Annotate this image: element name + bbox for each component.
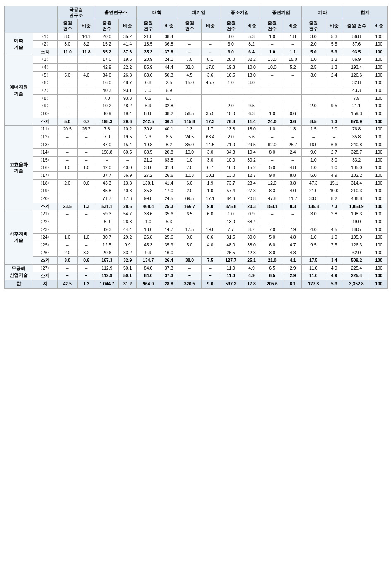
data-cell: 4.5 [325, 226, 343, 234]
row-label: 〈7〉 [33, 87, 57, 95]
data-cell: 76.8 [343, 126, 370, 133]
data-cell: 9.5 [302, 241, 325, 249]
data-cell: 225.4 [343, 272, 370, 280]
data-cell: 24.5 [160, 195, 178, 203]
data-cell: 19.3 [219, 64, 243, 72]
data-cell: 8.2 [160, 141, 178, 149]
data-cell: 127.7 [219, 257, 243, 265]
data-cell: 167.3 [95, 257, 119, 265]
data-cell: 242.5 [136, 118, 160, 126]
row-label: 〈6〉 [33, 79, 57, 87]
row-label: 〈1〉 [33, 33, 57, 41]
data-cell: 1.7 [202, 126, 219, 133]
data-cell: 19.4 [119, 110, 137, 118]
data-cell: 32.8 [160, 102, 178, 110]
row-label: 〈27〉 [33, 264, 57, 272]
data-cell: 130.1 [136, 179, 160, 187]
data-cell: – [243, 94, 260, 102]
data-cell: 3.0 [302, 210, 325, 218]
data-cell: 3.0 [302, 71, 325, 79]
data-cell: – [77, 56, 95, 64]
row-label: 소계 [33, 257, 57, 265]
data-cell: 406.8 [343, 195, 370, 203]
data-cell: – [325, 218, 343, 226]
data-cell: – [57, 79, 77, 87]
data-cell: 2.9 [284, 272, 302, 280]
data-cell: 4.8 [284, 234, 302, 241]
data-cell: 43.3 [343, 87, 370, 95]
data-cell: 35.9 [160, 241, 178, 249]
header-sub-jungyeon-ratio: 비중 [284, 19, 302, 33]
data-cell: 15.0 [178, 79, 201, 87]
data-cell: 100 [370, 195, 388, 203]
data-cell: 59.3 [95, 210, 119, 218]
data-cell: – [302, 79, 325, 87]
data-cell: 9.9 [119, 241, 137, 249]
data-cell: – [202, 218, 219, 226]
data-cell: 19.5 [119, 133, 137, 141]
data-cell: 10.0 [219, 156, 243, 164]
data-cell: 10.0 [243, 64, 260, 72]
row-label: 〈23〉 [33, 226, 57, 234]
data-cell: 1.0 [136, 218, 160, 226]
data-cell: – [260, 41, 284, 48]
data-row: 〈25〉––12.59.945.335.95.04.048.038.06.04.… [5, 241, 388, 249]
data-cell: 11.0 [219, 264, 243, 272]
data-cell: 8.1 [202, 56, 219, 64]
data-cell: 100 [370, 79, 388, 87]
data-cell: 6.9 [160, 87, 178, 95]
data-cell: 14.7 [160, 226, 178, 234]
data-cell: 5.3 [325, 33, 343, 41]
data-row: 〈17〉––37.736.927.226.610.310.113.012.79.… [5, 172, 388, 180]
subtotal-row: 소계3.00.6167.332.9134.726.438.07.5127.725… [5, 257, 388, 265]
data-cell: 3.0 [219, 41, 243, 48]
data-cell: 100 [370, 203, 388, 210]
row-label: 〈21〉 [33, 210, 57, 218]
data-cell: – [260, 133, 284, 141]
data-cell: 4.9 [243, 272, 260, 280]
data-cell: 23.4 [243, 179, 260, 187]
data-cell: 100 [370, 141, 388, 149]
total-data-cell: 5.3 [325, 280, 343, 289]
data-cell: 21.0 [260, 257, 284, 265]
data-cell: 100 [370, 249, 388, 257]
data-cell: – [178, 272, 201, 280]
data-cell: – [284, 79, 302, 87]
row-label: 〈5〉 [33, 71, 57, 79]
data-cell: 11.0 [302, 264, 325, 272]
data-cell: 24.5 [178, 133, 201, 141]
data-cell: 26.4 [160, 257, 178, 265]
data-cell: – [325, 133, 343, 141]
category-label-2: 고효율화 기술 [5, 126, 33, 210]
data-cell: 6.6 [325, 141, 343, 149]
data-cell: 5.3 [243, 33, 260, 41]
data-row: 〈12〉––7.019.52.36.524.568.42.05.6––––35.… [5, 133, 388, 141]
data-cell: – [178, 48, 201, 56]
data-cell: 5.0 [57, 71, 77, 79]
data-cell: – [57, 187, 77, 195]
data-row: 〈15〉––––21.263.81.03.010.030.2––1.03.033… [5, 156, 388, 164]
data-cell: 26.3 [119, 218, 137, 226]
data-cell: 25.6 [160, 234, 178, 241]
data-cell: 7.3 [325, 203, 343, 210]
data-cell: 38.6 [136, 210, 160, 218]
data-cell: 13.5 [136, 41, 160, 48]
data-cell: 17.6 [119, 195, 137, 203]
data-row: 〈4〉––42.922.285.944.432.817.019.310.010.… [5, 64, 388, 72]
data-cell: 159.3 [343, 110, 370, 118]
data-cell: 7.0 [260, 226, 284, 234]
data-cell: 16.0 [219, 164, 243, 172]
data-cell: – [260, 156, 284, 164]
data-cell: – [325, 249, 343, 257]
data-cell: 69.5 [178, 195, 201, 203]
data-cell: 73.7 [219, 179, 243, 187]
data-cell: – [302, 218, 325, 226]
data-cell: 33.2 [119, 249, 137, 257]
data-cell: 12.7 [243, 172, 260, 180]
data-cell: 225.4 [343, 264, 370, 272]
data-cell: 1.0 [260, 33, 284, 41]
row-label: 〈2〉 [33, 41, 57, 48]
data-cell: 26.8 [119, 71, 137, 79]
data-cell: 100 [370, 64, 388, 72]
data-cell: 468.4 [136, 203, 160, 210]
